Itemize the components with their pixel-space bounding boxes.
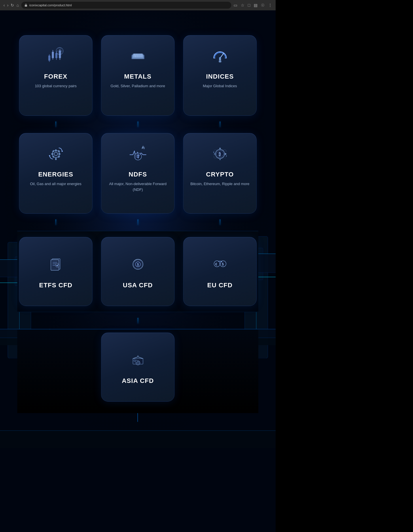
indices-icon <box>209 44 232 67</box>
energies-card[interactable]: ENERGIES Oil, Gas and all major energies <box>19 133 92 214</box>
asia-cfd-card[interactable]: ASIA CFD <box>101 332 175 402</box>
svg-rect-59 <box>219 60 221 62</box>
svg-point-81 <box>225 153 226 155</box>
svg-rect-66 <box>55 158 56 160</box>
connector-indices <box>183 121 257 127</box>
svg-text:$: $ <box>137 263 139 267</box>
indices-title: INDICES <box>206 73 234 80</box>
svg-point-103 <box>219 263 221 264</box>
svg-point-109 <box>137 362 139 364</box>
svg-point-82 <box>219 159 220 160</box>
extensions-button[interactable]: □ <box>248 3 250 7</box>
menu-button[interactable]: ⋮ <box>268 3 272 7</box>
svg-rect-44 <box>133 54 143 57</box>
svg-point-87 <box>226 155 227 157</box>
svg-line-54 <box>215 54 215 54</box>
row-3: ETFs CFD $ USA CFD <box>17 237 258 306</box>
home-button[interactable]: ⌂ <box>16 3 19 7</box>
connector-usa-cfd <box>101 318 175 324</box>
svg-point-108 <box>134 360 136 362</box>
etfs-icon <box>44 253 67 276</box>
svg-rect-21 <box>0 431 276 448</box>
browser-action-buttons: ▭ ☆ □ ▤ ☉ ⋮ <box>234 3 272 7</box>
url-text: iconixcapital.com/product.html <box>29 3 72 7</box>
metals-card[interactable]: METALS Gold, Silver, Palladium and more <box>101 35 175 116</box>
forex-card[interactable]: FOREX 103 global currency pairs <box>19 35 92 116</box>
ndfs-icon: ₿ <box>126 142 149 165</box>
svg-text:€: € <box>215 262 217 266</box>
eu-cfd-icon: € $ <box>209 253 232 276</box>
main-content: FOREX 103 global currency pairs <box>0 21 276 430</box>
bookmark-button[interactable]: ☆ <box>241 3 245 7</box>
svg-point-61 <box>225 58 226 58</box>
usa-cfd-title: USA CFD <box>123 282 153 289</box>
energies-title: ENERGIES <box>38 171 73 178</box>
metals-title: METALS <box>124 73 151 80</box>
indices-card[interactable]: INDICES Major Global Indices <box>183 35 257 116</box>
crypto-title: CRYPTO <box>206 171 234 178</box>
deep-platform-section: ASIA CFD <box>17 329 258 413</box>
screenshot-button[interactable]: ▭ <box>234 3 237 7</box>
lock-icon <box>24 3 28 7</box>
reload-button[interactable]: ↻ <box>11 3 14 7</box>
svg-rect-70 <box>58 150 60 153</box>
crypto-desc: Bitcoin, Ethereum, Ripple and more <box>190 181 249 187</box>
svg-point-60 <box>215 58 215 58</box>
profile-button[interactable]: ☉ <box>261 3 265 7</box>
svg-rect-71 <box>52 155 54 158</box>
svg-rect-33 <box>55 53 57 58</box>
connector-crypto <box>183 219 257 225</box>
etfs-cfd-title: ETFs CFD <box>39 282 73 289</box>
forex-title: FOREX <box>44 73 67 80</box>
crypto-icon: ₿ <box>209 142 232 165</box>
ndfs-desc: All major, Non-deliverable Forward (NDF) <box>107 181 168 192</box>
connectors-3-4 <box>17 318 258 324</box>
energies-icon <box>44 142 67 165</box>
svg-rect-67 <box>51 153 53 155</box>
browser-toolbar: ‹ › ↻ ⌂ iconixcapital.com/product.html ▭… <box>0 0 276 10</box>
svg-point-83 <box>214 153 215 155</box>
connector-forex <box>19 121 92 127</box>
svg-rect-72 <box>58 155 60 158</box>
crypto-card[interactable]: ₿ CRYPTO Bitcoin, Ethereum, Ripple and m… <box>183 133 257 214</box>
row-1: FOREX 103 global currency pairs <box>17 35 258 116</box>
connector-metals <box>101 121 175 127</box>
connectors-2-3 <box>17 219 258 225</box>
usa-cfd-card[interactable]: $ USA CFD <box>101 237 175 306</box>
row-4: ASIA CFD <box>17 332 258 402</box>
indices-desc: Major Global Indices <box>203 83 237 89</box>
usa-cfd-icon: $ <box>126 253 149 276</box>
connector-energies <box>19 219 92 225</box>
back-button[interactable]: ‹ <box>3 3 5 7</box>
svg-point-80 <box>219 148 221 149</box>
forward-button[interactable]: › <box>7 3 9 7</box>
svg-text:$: $ <box>222 262 224 266</box>
svg-line-55 <box>224 54 225 54</box>
svg-point-93 <box>55 263 59 267</box>
address-bar[interactable]: iconixcapital.com/product.html <box>21 2 231 9</box>
asia-cfd-icon <box>126 348 149 371</box>
svg-rect-27 <box>48 56 50 61</box>
platform-section: ETFs CFD $ USA CFD <box>17 231 258 312</box>
connectors-1-2 <box>17 121 258 127</box>
energies-desc: Oil, Gas and all major energies <box>30 181 81 187</box>
forex-icon <box>44 44 67 67</box>
metals-icon <box>126 44 149 67</box>
svg-point-86 <box>213 152 214 153</box>
metals-desc: Gold, Silver, Palladium and more <box>111 83 165 89</box>
row-2: ENERGIES Oil, Gas and all major energies… <box>17 133 258 214</box>
svg-text:₿: ₿ <box>218 152 221 157</box>
connector-ndfs <box>101 219 175 225</box>
eu-cfd-title: EU CFD <box>207 282 233 289</box>
ndfs-card[interactable]: ₿ NDFs All major, Non-deliverable Forwar… <box>101 133 175 214</box>
forex-desc: 103 global currency pairs <box>35 83 77 89</box>
split-view-button[interactable]: ▤ <box>254 3 257 7</box>
svg-rect-30 <box>52 52 54 58</box>
svg-point-64 <box>54 152 57 156</box>
asia-cfd-title: ASIA CFD <box>122 377 154 385</box>
svg-rect-69 <box>52 150 54 153</box>
eu-cfd-card[interactable]: € $ EU CFD <box>183 237 257 306</box>
svg-rect-0 <box>25 5 27 7</box>
etfs-cfd-card[interactable]: ETFs CFD <box>19 237 92 306</box>
svg-point-62 <box>219 52 220 53</box>
